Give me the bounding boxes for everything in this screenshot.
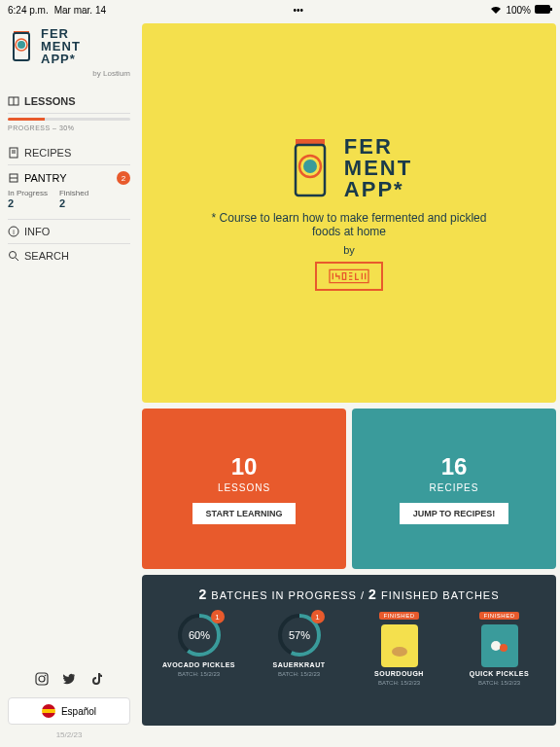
hero-banner: FER MENT APP* * Course to learn how to m… — [142, 23, 556, 403]
recipes-card[interactable]: 16 RECIPES JUMP TO RECIPES! — [352, 409, 556, 569]
svg-point-17 — [39, 676, 45, 682]
nav-pantry-section: PANTRY 2 In Progress 2 Finished 2 — [8, 165, 130, 220]
svg-point-14 — [10, 252, 17, 259]
svg-text:i: i — [13, 229, 15, 235]
svg-text:57%: 57% — [288, 629, 309, 641]
status-dots: ••• — [293, 5, 303, 16]
hero-logo: FER MENT APP* — [286, 135, 412, 201]
lostium-logo — [315, 262, 383, 291]
batch-badge: 1 — [211, 610, 225, 623]
batches-panel: 2 BATCHES IN PROGRESS / 2 FINISHED BATCH… — [142, 575, 556, 726]
main-content: FER MENT APP* * Course to learn how to m… — [138, 19, 560, 747]
finished-badge: FINISHED — [379, 612, 418, 620]
progress-ring: 60% 1 — [176, 612, 223, 658]
nav-pantry-label: PANTRY — [24, 172, 67, 184]
hero-by: by — [343, 244, 355, 256]
search-icon — [8, 250, 19, 262]
batch-date: BATCH: 15/2/23 — [378, 680, 420, 686]
language-button[interactable]: Español — [8, 697, 130, 725]
hero-line1: FER — [344, 136, 412, 158]
status-time: 6:24 p.m. — [8, 5, 49, 16]
svg-point-30 — [491, 641, 501, 651]
batches-title: 2 BATCHES IN PROGRESS / 2 FINISHED BATCH… — [152, 587, 546, 602]
svg-line-15 — [16, 258, 18, 261]
social-links — [8, 672, 130, 686]
hero-line3: APP* — [344, 179, 412, 200]
batch-avocado-pickles[interactable]: 60% 1 AVOCADO PICKLES BATCH: 15/2/23 — [152, 612, 246, 686]
batch-thumbnail — [381, 624, 418, 667]
nav-recipes[interactable]: RECIPES — [8, 141, 130, 165]
finished-badge: FINISHED — [479, 612, 518, 620]
nav-info[interactable]: i INFO — [8, 220, 130, 244]
pantry-in-progress: In Progress 2 — [8, 189, 48, 209]
status-date: Mar mar. 14 — [54, 5, 106, 16]
status-bar: 6:24 p.m. Mar mar. 14 ••• 100% — [0, 0, 560, 19]
svg-point-31 — [500, 644, 508, 652]
recipes-count: 16 — [441, 453, 468, 480]
nav-pantry[interactable]: PANTRY 2 — [8, 171, 130, 185]
lessons-count: 10 — [231, 453, 258, 480]
batch-sauerkraut[interactable]: 57% 1 SAUERKRAUT BATCH: 15/2/23 — [252, 612, 346, 686]
batch-name: QUICK PICKLES — [470, 670, 529, 677]
svg-point-3 — [18, 41, 25, 49]
info-icon: i — [8, 226, 19, 237]
instagram-icon[interactable] — [35, 672, 49, 686]
twitter-icon[interactable] — [62, 672, 76, 686]
progress-label: PROGRESS – 30% — [8, 124, 130, 131]
progress-ring: 57% 1 — [276, 612, 323, 658]
nav-search[interactable]: SEARCH — [8, 244, 130, 267]
nav-recipes-label: RECIPES — [24, 147, 71, 159]
hero-jar-icon — [286, 135, 334, 201]
book-icon — [8, 95, 19, 107]
hero-tagline: * Course to learn how to make fermented … — [203, 211, 495, 238]
batch-quick-pickles[interactable]: FINISHED QUICK PICKLES BATCH: 15/2/23 — [452, 612, 546, 686]
batch-date: BATCH: 15/2/23 — [278, 671, 320, 677]
start-learning-button[interactable]: START LEARNING — [192, 503, 297, 524]
language-label: Español — [61, 706, 96, 717]
sidebar: FER MENT APP* by Lostium LESSONS PROGRES… — [0, 19, 138, 747]
spain-flag-icon — [42, 704, 55, 718]
svg-rect-16 — [36, 673, 48, 685]
recipe-icon — [8, 147, 19, 159]
progress-section: PROGRESS – 30% — [8, 114, 130, 141]
lessons-card[interactable]: 10 LESSONS START LEARNING — [142, 409, 346, 569]
svg-point-29 — [392, 647, 407, 657]
by-line: by Lostium — [8, 69, 130, 78]
svg-rect-1 — [550, 8, 552, 11]
jump-recipes-button[interactable]: JUMP TO RECIPES! — [400, 503, 509, 524]
batch-name: AVOCADO PICKLES — [162, 661, 235, 668]
pantry-icon — [8, 172, 19, 184]
batch-name: SAUERKRAUT — [273, 661, 326, 668]
app-logo: FER MENT APP* — [8, 27, 130, 65]
svg-point-21 — [303, 160, 317, 173]
svg-text:60%: 60% — [188, 629, 209, 641]
jar-icon — [8, 27, 35, 62]
nav-lessons-label: LESSONS — [24, 95, 76, 107]
tiktok-icon[interactable] — [89, 672, 103, 686]
batch-thumbnail — [481, 624, 518, 667]
logo-line3: APP* — [41, 53, 81, 65]
nav-search-label: SEARCH — [24, 250, 69, 262]
svg-rect-0 — [535, 5, 550, 14]
sidebar-date: 15/2/23 — [8, 730, 130, 739]
battery-pct: 100% — [506, 5, 531, 16]
batch-badge: 1 — [311, 610, 325, 623]
nav-lessons[interactable]: LESSONS — [8, 89, 130, 114]
pantry-finished: Finished 2 — [59, 189, 88, 209]
batch-sourdough[interactable]: FINISHED SOURDOUGH BATCH: 15/2/23 — [352, 612, 446, 686]
recipes-label: RECIPES — [430, 482, 479, 493]
svg-point-18 — [45, 675, 47, 677]
wifi-icon — [490, 5, 502, 16]
lessons-label: LESSONS — [218, 482, 270, 493]
battery-icon — [535, 5, 552, 16]
nav-info-label: INFO — [24, 226, 50, 237]
hero-line2: MENT — [344, 158, 412, 179]
batch-date: BATCH: 15/2/23 — [178, 671, 220, 677]
batch-name: SOURDOUGH — [374, 670, 424, 677]
batch-date: BATCH: 15/2/23 — [478, 680, 520, 686]
progress-bar — [8, 118, 130, 121]
pantry-badge: 2 — [117, 171, 130, 185]
